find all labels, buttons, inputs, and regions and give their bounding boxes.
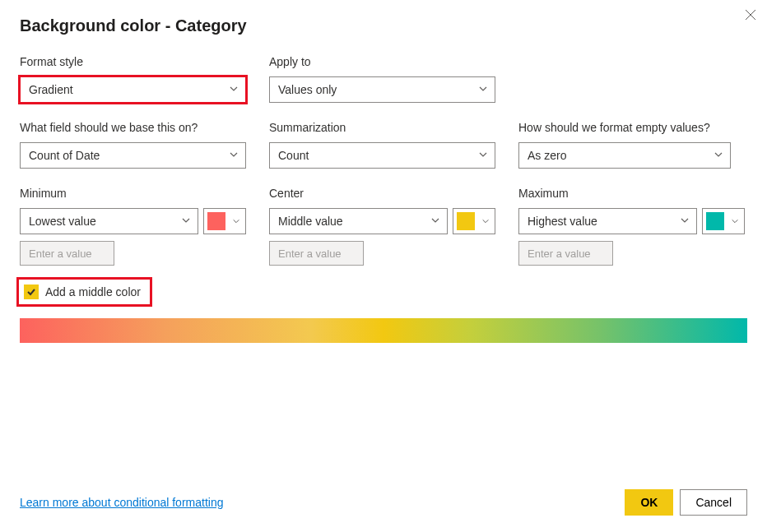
- footer-buttons: OK Cancel: [625, 489, 747, 516]
- maximum-color-picker[interactable]: [702, 208, 745, 234]
- maximum-value-input[interactable]: [518, 241, 613, 266]
- row-min-center-max: Minimum Lowest value Center Middle value: [20, 187, 747, 266]
- chevron-down-icon: [181, 215, 191, 228]
- maximum-select[interactable]: Highest value: [518, 208, 697, 234]
- close-button[interactable]: [744, 8, 757, 21]
- minimum-color-swatch: [207, 212, 225, 230]
- field-minimum: Minimum Lowest value: [20, 187, 246, 266]
- cancel-button[interactable]: Cancel: [680, 489, 747, 516]
- field-apply-to: Apply to Values only: [269, 55, 495, 103]
- center-value: Middle value: [278, 215, 343, 228]
- apply-to-label: Apply to: [269, 55, 495, 68]
- chevron-down-icon: [680, 215, 690, 228]
- dialog-title: Background color - Category: [20, 16, 247, 35]
- summarization-value: Count: [278, 149, 309, 162]
- add-middle-color-label: Add a middle color: [45, 285, 141, 298]
- field-maximum: Maximum Highest value: [518, 187, 745, 266]
- chevron-down-icon: [229, 83, 239, 96]
- summarization-select[interactable]: Count: [269, 142, 495, 169]
- field-base-field: What field should we base this on? Count…: [20, 121, 246, 169]
- chevron-down-icon: [229, 217, 244, 225]
- dialog-footer: Learn more about conditional formatting …: [20, 479, 747, 516]
- minimum-label: Minimum: [20, 187, 246, 200]
- center-value-input[interactable]: [269, 241, 364, 266]
- learn-more-link[interactable]: Learn more about conditional formatting: [20, 496, 223, 509]
- chevron-down-icon: [478, 217, 493, 225]
- maximum-value: Highest value: [528, 215, 597, 228]
- center-color-swatch: [457, 212, 475, 230]
- chevron-down-icon: [714, 149, 723, 162]
- empty-values-select[interactable]: As zero: [518, 142, 731, 169]
- close-icon: [745, 9, 756, 21]
- empty-values-label: How should we format empty values?: [518, 121, 731, 134]
- minimum-color-picker[interactable]: [203, 208, 246, 234]
- center-select[interactable]: Middle value: [269, 208, 448, 234]
- row-base-summarization-empty: What field should we base this on? Count…: [20, 121, 747, 169]
- format-style-label: Format style: [20, 55, 246, 68]
- minimum-select[interactable]: Lowest value: [20, 208, 198, 234]
- base-field-label: What field should we base this on?: [20, 121, 246, 134]
- field-format-style: Format style Gradient: [20, 55, 246, 103]
- chevron-down-icon: [478, 83, 488, 96]
- chevron-down-icon: [478, 149, 488, 162]
- chevron-down-icon: [430, 215, 440, 228]
- field-empty-values: How should we format empty values? As ze…: [518, 121, 731, 169]
- center-label: Center: [269, 187, 495, 200]
- center-color-picker[interactable]: [453, 208, 495, 234]
- dialog-header: Background color - Category: [20, 16, 747, 35]
- gradient-preview: [20, 318, 747, 343]
- empty-values-value: As zero: [528, 149, 566, 162]
- background-color-dialog: Background color - Category Format style…: [0, 0, 767, 532]
- checkmark-icon: [26, 287, 36, 297]
- apply-to-value: Values only: [278, 83, 337, 96]
- field-summarization: Summarization Count: [269, 121, 495, 169]
- add-middle-color-row: Add a middle color: [20, 280, 149, 303]
- minimum-value: Lowest value: [29, 215, 96, 228]
- maximum-color-swatch: [706, 212, 724, 230]
- add-middle-color-checkbox[interactable]: [24, 285, 39, 299]
- format-style-value: Gradient: [29, 83, 73, 96]
- chevron-down-icon: [727, 217, 742, 225]
- chevron-down-icon: [229, 149, 239, 162]
- apply-to-select[interactable]: Values only: [269, 76, 495, 103]
- field-center: Center Middle value: [269, 187, 495, 266]
- minimum-value-input[interactable]: [20, 241, 114, 266]
- summarization-label: Summarization: [269, 121, 495, 134]
- maximum-label: Maximum: [518, 187, 745, 200]
- format-style-select[interactable]: Gradient: [20, 76, 246, 103]
- ok-button[interactable]: OK: [625, 489, 673, 516]
- base-field-value: Count of Date: [29, 149, 100, 162]
- base-field-select[interactable]: Count of Date: [20, 142, 246, 169]
- row-format-apply: Format style Gradient Apply to Values on…: [20, 55, 747, 103]
